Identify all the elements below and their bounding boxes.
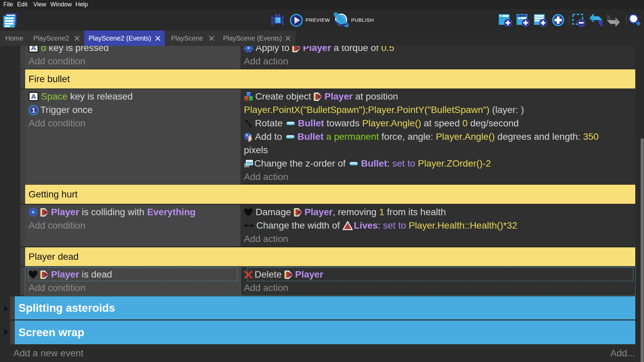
svg-text:A: A (31, 93, 36, 100)
svg-text:A: A (31, 46, 36, 52)
svg-text:1: 1 (32, 106, 36, 114)
